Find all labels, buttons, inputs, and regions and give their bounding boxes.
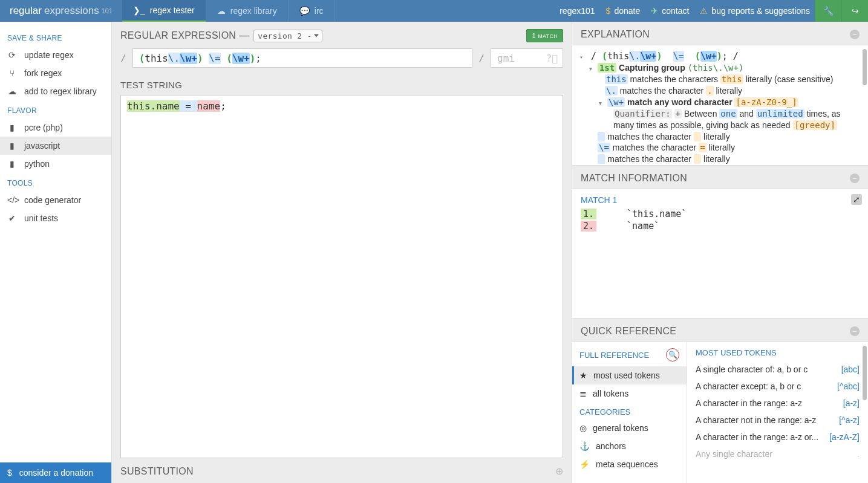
- regex-input[interactable]: (this\.\w+) \= (\w+);: [132, 48, 473, 68]
- sidebar-item-python[interactable]: ▮ python: [0, 155, 111, 173]
- cloud-icon: ☁: [217, 6, 226, 16]
- qr-row[interactable]: A character in the range: a-z[a-z]: [687, 395, 868, 412]
- qr-row[interactable]: A character except: a, b or c[^abc]: [687, 378, 868, 395]
- scrollbar[interactable]: [863, 346, 867, 400]
- anchor-icon: ⚓: [579, 441, 590, 451]
- paper-plane-icon: ✈: [651, 6, 658, 16]
- right-panel: EXPLANATION − ▾ / (this\.\w+) \= (\w+); …: [572, 22, 868, 483]
- sidebar-item-pcre[interactable]: ▮ pcre (php): [0, 118, 111, 137]
- group-1-index: 1.: [581, 209, 596, 219]
- chat-icon: 💬: [299, 6, 310, 16]
- qr-item-all-tokens[interactable]: ≣ all tokens: [572, 384, 687, 403]
- warning-icon: ⚠: [700, 6, 708, 16]
- collapse-icon[interactable]: −: [850, 326, 860, 336]
- file-icon: ▮: [7, 141, 17, 151]
- logo[interactable]: regular expressions 101: [0, 0, 122, 22]
- sidebar-item-update-regex[interactable]: ⟳ update regex: [0, 46, 111, 64]
- sidebar-item-label: update regex: [24, 50, 74, 60]
- substitution-title: SUBSTITUTION: [120, 466, 194, 477]
- sidebar-item-unit-tests[interactable]: ✔ unit tests: [0, 209, 111, 227]
- regex-flags-input[interactable]: gmi ?⃝: [491, 48, 563, 68]
- tab-regex-tester[interactable]: ❯_ regex tester: [122, 0, 206, 22]
- qr-item-meta[interactable]: ⚡ meta sequences: [572, 455, 687, 473]
- terminal-icon: ❯_: [133, 5, 145, 15]
- expand-icon[interactable]: ⊕: [555, 465, 563, 477]
- bolt-icon: ⚡: [579, 459, 590, 469]
- expand-icon[interactable]: ⤢: [851, 194, 862, 205]
- settings-button[interactable]: 🔧: [815, 0, 841, 22]
- help-icon[interactable]: ?⃝: [546, 53, 558, 64]
- sidebar-item-javascript[interactable]: ▮ javascript: [0, 137, 111, 155]
- sidebar-item-label: unit tests: [24, 213, 58, 223]
- center-panel: REGULAR EXPRESSION — version 2 - 1 MATCH…: [112, 22, 572, 483]
- sidebar-section-save: SAVE & SHARE: [0, 28, 111, 46]
- matchinfo-header: MATCH INFORMATION −: [572, 166, 868, 189]
- donate-link[interactable]: $ donate: [606, 6, 641, 16]
- file-icon: ▮: [7, 123, 17, 132]
- group1-label: Capturing group: [619, 63, 685, 73]
- sidebar-donate-button[interactable]: $ consider a donation: [0, 462, 111, 483]
- sidebar-section-flavor: FLAVOR: [0, 100, 111, 118]
- qr-row[interactable]: A character in the range: a-z or...[a-zA…: [687, 429, 868, 446]
- bugs-link[interactable]: ⚠ bug reports & suggestions: [700, 6, 810, 16]
- tab-irc[interactable]: 💬 irc: [289, 0, 335, 22]
- match-count-badge: 1 MATCH: [526, 29, 563, 42]
- tab-label: regex tester: [150, 5, 195, 15]
- test-string-input[interactable]: this.name = name;: [120, 95, 563, 458]
- qr-row[interactable]: A single character of: a, b or c[abc]: [687, 361, 868, 378]
- search-icon[interactable]: 🔍: [666, 348, 679, 361]
- sidebar-item-add-library[interactable]: ☁ add to regex library: [0, 82, 111, 100]
- check-icon: ✔: [7, 213, 17, 223]
- sidebar-item-label: python: [24, 159, 50, 169]
- contact-link[interactable]: ✈ contact: [651, 6, 689, 16]
- group1-badge: 1st: [598, 63, 616, 73]
- collapse-icon[interactable]: −: [850, 173, 860, 183]
- matchinfo-title: MATCH INFORMATION: [581, 173, 687, 184]
- code-icon: </>: [7, 195, 17, 205]
- top-links: regex101 $ donate ✈ contact ⚠ bug report…: [560, 0, 815, 22]
- quickref-header: QUICK REFERENCE −: [572, 319, 868, 342]
- qr-item-general[interactable]: ◎ general tokens: [572, 419, 687, 437]
- donate-label: consider a donation: [19, 468, 93, 478]
- regex-title: REGULAR EXPRESSION —: [120, 30, 249, 41]
- tab-label: irc: [315, 6, 324, 16]
- group-1-value: `this.name`: [627, 209, 687, 219]
- link-label: bug reports & suggestions: [711, 6, 810, 16]
- explanation-body[interactable]: ▾ / (this\.\w+) \= (\w+); / ▾ 1st Captur…: [572, 45, 868, 166]
- link-label: contact: [662, 6, 689, 16]
- sidebar-item-codegen[interactable]: </> code generator: [0, 191, 111, 209]
- scrollbar[interactable]: [863, 49, 867, 85]
- sidebar: SAVE & SHARE ⟳ update regex ⑂ fork regex…: [0, 22, 112, 483]
- logo-version: 101: [102, 7, 113, 15]
- main-tabs: ❯_ regex tester ☁ regex library 💬 irc: [122, 0, 335, 22]
- quickref-left: FULL REFERENCE 🔍 ★ most used tokens ≣ al…: [572, 342, 687, 483]
- target-icon: ◎: [579, 423, 587, 433]
- matchinfo-body: ⤢ MATCH 1 1. `this.name` 2. `name`: [572, 189, 868, 319]
- qr-item-most-used[interactable]: ★ most used tokens: [572, 366, 687, 384]
- logo-word-1: regular: [10, 5, 42, 17]
- qr-row[interactable]: A character not in the range: a-z[^a-z]: [687, 412, 868, 429]
- refresh-icon: ⟳: [7, 50, 17, 60]
- sidebar-item-label: pcre (php): [24, 123, 63, 132]
- tab-regex-library[interactable]: ☁ regex library: [206, 0, 289, 22]
- link-label: donate: [614, 6, 640, 16]
- quickref-right: MOST USED TOKENS A single character of: …: [687, 342, 868, 483]
- sidebar-item-label: add to regex library: [24, 86, 97, 96]
- group1-expr: (this\.\w+): [688, 63, 744, 73]
- signin-button[interactable]: ↪: [841, 0, 868, 22]
- qr-item-anchors[interactable]: ⚓ anchors: [572, 437, 687, 455]
- qr-row[interactable]: Any single character.: [687, 446, 868, 462]
- explanation-title: EXPLANATION: [581, 29, 650, 40]
- top-site-link[interactable]: regex101: [560, 6, 595, 16]
- group-2-value: `name`: [627, 221, 659, 232]
- sidebar-item-label: javascript: [24, 141, 60, 151]
- fork-icon: ⑂: [7, 68, 17, 78]
- cloud-up-icon: ☁: [7, 86, 17, 96]
- version-select[interactable]: version 2 -: [253, 30, 322, 42]
- dollar-icon: $: [7, 468, 12, 478]
- regex-header: REGULAR EXPRESSION — version 2 - 1 MATCH: [112, 22, 572, 48]
- regex-row: / (this\.\w+) \= (\w+); / gmi ?⃝: [112, 48, 572, 74]
- sidebar-item-fork-regex[interactable]: ⑂ fork regex: [0, 64, 111, 82]
- sidebar-item-label: code generator: [24, 195, 81, 205]
- collapse-icon[interactable]: −: [850, 30, 860, 39]
